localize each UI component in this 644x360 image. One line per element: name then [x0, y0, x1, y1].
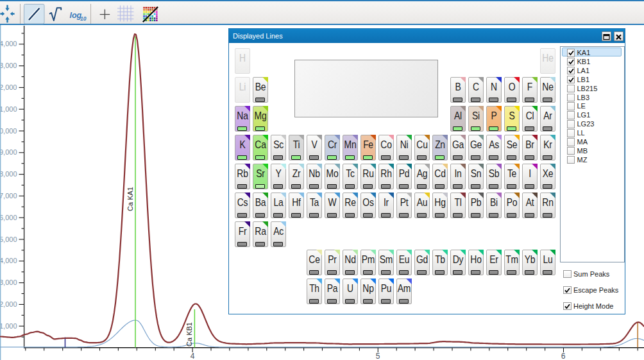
- svg-text:5,000: 5,000: [0, 236, 17, 243]
- svg-text:4,000: 4,000: [0, 257, 17, 264]
- svg-text:9,000: 9,000: [0, 148, 17, 156]
- svg-text:Ca KB1: Ca KB1: [185, 322, 193, 347]
- svg-text:6,000: 6,000: [0, 214, 17, 221]
- svg-text:Ca KA1: Ca KA1: [126, 187, 134, 211]
- svg-text:4: 4: [191, 352, 195, 360]
- svg-text:3,000: 3,000: [0, 279, 17, 286]
- svg-text:2,000: 2,000: [0, 300, 17, 308]
- svg-text:11,000: 11,000: [0, 105, 17, 113]
- svg-text:6: 6: [561, 352, 566, 360]
- svg-text:5: 5: [376, 352, 380, 360]
- svg-text:8,000: 8,000: [0, 170, 17, 178]
- svg-text:7,000: 7,000: [0, 192, 17, 200]
- svg-text:1,000: 1,000: [0, 322, 17, 330]
- svg-text:14,000: 14,000: [0, 40, 17, 47]
- svg-text:10: 10: [80, 15, 87, 22]
- svg-text:13,000: 13,000: [0, 62, 17, 69]
- svg-text:10,000: 10,000: [0, 127, 17, 135]
- svg-text:12,000: 12,000: [0, 83, 17, 91]
